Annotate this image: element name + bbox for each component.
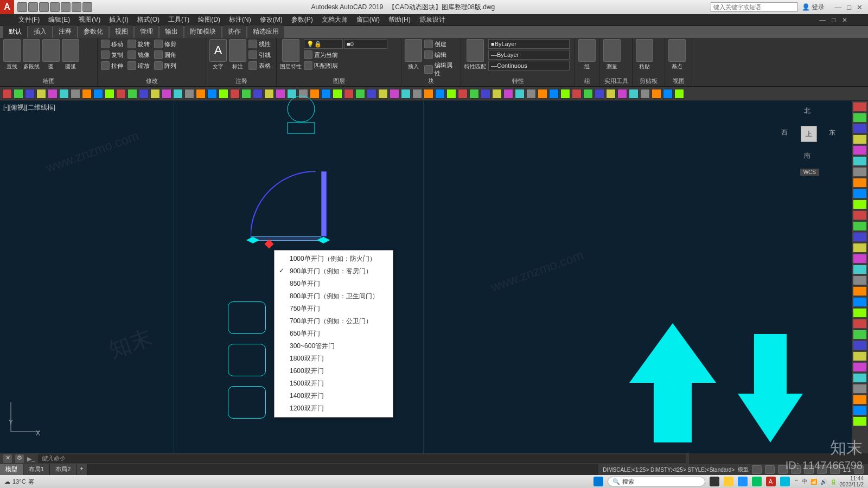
layer-combo[interactable]: ■ 0 — [344, 39, 387, 49]
toolstrip-icon[interactable] — [401, 89, 411, 99]
ribbon-tab[interactable]: 管理 — [135, 25, 158, 38]
toolstrip-icon[interactable] — [2, 89, 12, 99]
toolstrip-icon[interactable] — [458, 89, 468, 99]
explorer-icon[interactable] — [724, 477, 733, 486]
toolstrip-icon[interactable] — [355, 89, 365, 99]
popup-option[interactable]: 900单开门（例如：客房门） — [275, 265, 393, 278]
ime-indicator[interactable]: 中 — [802, 478, 807, 485]
modify-tool[interactable]: 镜像 — [127, 50, 150, 60]
palette-icon[interactable] — [853, 113, 867, 123]
toolstrip-icon[interactable] — [640, 89, 650, 99]
modelspace-toggle[interactable]: 模型 — [738, 466, 749, 473]
layer-make-current[interactable]: 置为当前 — [304, 50, 387, 60]
toolstrip-icon[interactable] — [93, 89, 103, 99]
palette-icon[interactable] — [853, 341, 867, 350]
toolstrip-icon[interactable] — [230, 89, 240, 99]
volume-icon[interactable]: 🔊 — [820, 479, 827, 485]
toolstrip-icon[interactable] — [241, 89, 251, 99]
command-input[interactable]: 键入命令 — [38, 454, 686, 463]
wifi-icon[interactable]: 📶 — [810, 479, 817, 485]
palette-icon[interactable] — [853, 319, 867, 329]
minimize-icon[interactable]: — — [834, 3, 841, 11]
autocad-icon[interactable]: A — [766, 477, 776, 486]
ribbon-tab[interactable]: 输出 — [159, 25, 183, 38]
block-tool[interactable]: 编辑属性 — [424, 61, 457, 78]
app-logo[interactable]: A — [0, 0, 14, 14]
toolstrip-icon[interactable] — [253, 89, 263, 99]
palette-icon[interactable] — [853, 124, 867, 133]
annot-tool[interactable]: 表格 — [248, 61, 271, 70]
palette-icon[interactable] — [853, 189, 867, 198]
menu-item[interactable]: 标注(N) — [229, 15, 251, 24]
qat-open-icon[interactable] — [28, 2, 38, 12]
drawing-canvas[interactable]: [-][俯视][二维线框] www.znzmo.com www.znzmo.co… — [0, 101, 868, 453]
drawing-door-block[interactable]: ◀▶ ◀▶ — [251, 171, 327, 244]
toolstrip-icon[interactable] — [207, 89, 217, 99]
toolstrip-icon[interactable] — [105, 89, 114, 99]
menu-item[interactable]: 工具(T) — [168, 15, 189, 24]
toolstrip-icon[interactable] — [344, 89, 354, 99]
toolstrip-icon[interactable] — [321, 89, 331, 99]
menu-item[interactable]: 源泉设计 — [419, 15, 445, 24]
palette-icon[interactable] — [853, 200, 867, 209]
viewcube[interactable]: 北 南 东 西 上 — [781, 106, 835, 160]
toolstrip-icon[interactable] — [378, 89, 388, 99]
battery-icon[interactable]: 🔋 — [830, 479, 837, 485]
toolstrip-icon[interactable] — [629, 89, 639, 99]
toolstrip-icon[interactable] — [515, 89, 525, 99]
qat-redo-icon[interactable] — [82, 2, 92, 12]
popup-option[interactable]: 1500双开门 — [275, 377, 393, 390]
toolstrip-icon[interactable] — [59, 89, 69, 99]
qat-plot-icon[interactable] — [61, 2, 71, 12]
annot-tool[interactable]: 线性 — [248, 39, 271, 49]
layout-tab[interactable]: 布局2 — [50, 464, 76, 475]
palette-icon[interactable] — [853, 167, 867, 177]
taskbar-search[interactable]: 🔍 搜索 — [608, 477, 705, 486]
toolstrip-icon[interactable] — [674, 89, 684, 99]
linetype-combo[interactable]: — Continuous — [488, 61, 570, 70]
ribbon-tab[interactable]: 注释 — [53, 25, 77, 38]
popup-option[interactable]: 650单开门 — [275, 328, 393, 340]
popup-option[interactable]: 700单开门（例如：公卫门） — [275, 315, 393, 328]
toolstrip-icon[interactable] — [606, 89, 616, 99]
menu-item[interactable]: 帮助(H) — [388, 15, 411, 24]
popup-option[interactable]: 1200双开门 — [275, 402, 393, 415]
toolstrip-icon[interactable] — [71, 89, 80, 99]
app-icon[interactable] — [780, 477, 790, 486]
edge-icon[interactable] — [738, 477, 748, 486]
toolstrip-icon[interactable] — [162, 89, 171, 99]
popup-option[interactable]: 750单开门 — [275, 303, 393, 315]
menu-item[interactable]: 参数(P) — [291, 15, 313, 24]
login-button[interactable]: 👤 登录 — [797, 3, 829, 12]
viewport-label[interactable]: [-][俯视][二维线框] — [3, 103, 55, 112]
toolstrip-icon[interactable] — [264, 89, 274, 99]
palette-icon[interactable] — [853, 145, 867, 155]
modify-tool[interactable]: 阵列 — [154, 61, 176, 70]
toolstrip-icon[interactable] — [48, 89, 58, 99]
system-tray[interactable]: ⌃ 中 📶 🔊 🔋 11:442023/11/2 — [794, 476, 864, 487]
palette-icon[interactable] — [853, 286, 867, 296]
palette-icon[interactable] — [853, 395, 867, 404]
block-tool[interactable]: 创建 — [424, 39, 457, 49]
modify-tool[interactable]: 修剪 — [154, 39, 176, 49]
menu-item[interactable]: 文件(F) — [18, 15, 40, 24]
toolstrip-icon[interactable] — [503, 89, 513, 99]
palette-icon[interactable] — [853, 308, 867, 318]
toolstrip-icon[interactable] — [412, 89, 422, 99]
color-combo[interactable]: ■ ByLayer — [488, 39, 570, 49]
layer-state-combo[interactable]: 💡🔒 — [304, 39, 343, 49]
toolstrip-icon[interactable] — [196, 89, 206, 99]
cmdline-close-icon[interactable]: ✕ — [3, 454, 12, 463]
toolstrip-icon[interactable] — [367, 89, 376, 99]
palette-icon[interactable] — [853, 102, 867, 112]
menu-item[interactable]: 格式(O) — [137, 15, 159, 24]
popup-option[interactable]: 300~600管井门 — [275, 340, 393, 352]
ribbon-tab[interactable]: 精选应用 — [247, 25, 284, 38]
modify-tool[interactable]: 缩放 — [127, 61, 150, 70]
layout-tab[interactable]: 布局1 — [23, 464, 50, 475]
toolstrip-icon[interactable] — [435, 89, 445, 99]
toolstrip-icon[interactable] — [424, 89, 433, 99]
palette-icon[interactable] — [853, 373, 867, 383]
palette-icon[interactable] — [853, 178, 867, 188]
toolstrip-icon[interactable] — [469, 89, 479, 99]
